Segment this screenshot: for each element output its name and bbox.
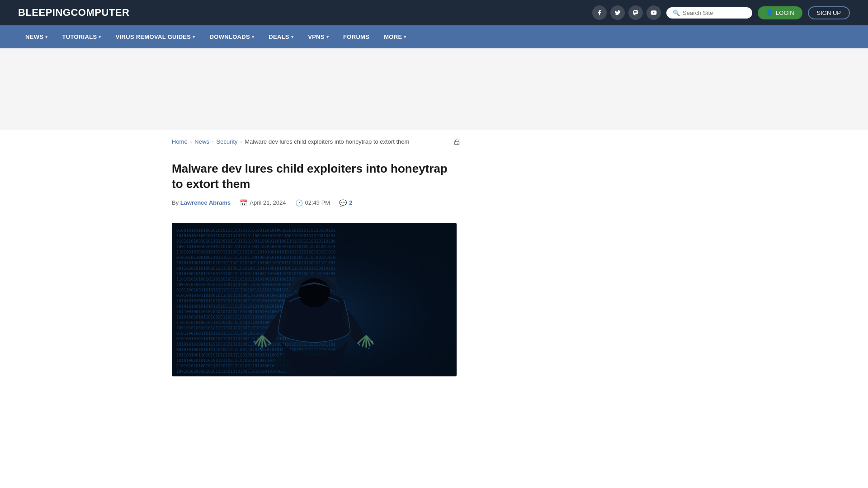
- nav-downloads-arrow: ▾: [252, 34, 254, 39]
- breadcrumb-sep-2: ›: [212, 139, 214, 145]
- nav-virus-arrow: ▾: [193, 34, 195, 39]
- main-container: Home › News › Security › Malware dev lur…: [163, 130, 705, 376]
- sidebar: [475, 130, 619, 376]
- social-icons: [592, 5, 661, 20]
- nav-deals-arrow: ▾: [291, 34, 293, 39]
- logo-part1: BLEEPING: [18, 7, 71, 18]
- nav-tutorials-arrow: ▾: [99, 34, 101, 39]
- nav-deals[interactable]: DEALS ▾: [261, 25, 301, 48]
- svg-point-7: [260, 347, 261, 349]
- article-author[interactable]: Lawrence Abrams: [180, 199, 231, 206]
- article-body: Home › News › Security › Malware dev lur…: [172, 130, 461, 376]
- svg-point-9: [371, 341, 373, 343]
- nav-more-arrow: ▾: [404, 34, 406, 39]
- ad-banner: [0, 48, 868, 130]
- nav-forums[interactable]: FORUMS: [336, 25, 377, 48]
- article-by: By Lawrence Abrams: [172, 199, 231, 206]
- by-label: By: [172, 199, 179, 206]
- svg-point-11: [359, 344, 360, 345]
- nav-vpns-label: VPNS: [308, 33, 325, 40]
- nav-news[interactable]: NEWS ▾: [18, 25, 55, 48]
- nav-forums-label: FORUMS: [343, 33, 369, 40]
- search-box: 🔍: [666, 7, 752, 19]
- nav-news-arrow: ▾: [45, 34, 47, 39]
- breadcrumb-security[interactable]: Security: [217, 138, 238, 145]
- article-date-item: 📅 April 21, 2024: [240, 199, 286, 206]
- article-comments-item[interactable]: 💬 2: [339, 199, 352, 206]
- logo-part2: COMPUTER: [71, 7, 129, 18]
- article-title: Malware dev lures child exploiters into …: [172, 161, 461, 192]
- breadcrumb-home[interactable]: Home: [172, 138, 188, 145]
- twitter-icon[interactable]: [610, 5, 625, 20]
- login-button[interactable]: 👤 LOGIN: [758, 6, 802, 19]
- youtube-icon[interactable]: [646, 5, 661, 20]
- site-header: BLEEPINGCOMPUTER 🔍 👤 LOGIN SIGN UP: [0, 0, 868, 25]
- search-input[interactable]: [683, 9, 746, 16]
- breadcrumb-sep-1: ›: [190, 139, 192, 145]
- calendar-icon: 📅: [240, 199, 247, 206]
- login-label: LOGIN: [776, 9, 794, 16]
- breadcrumb-current: Malware dev lures child exploiters into …: [245, 138, 409, 145]
- content-layout: Home › News › Security › Malware dev lur…: [172, 130, 696, 376]
- search-icon: 🔍: [673, 9, 680, 16]
- article-time: 02:49 PM: [305, 199, 330, 206]
- signup-label: SIGN UP: [817, 9, 841, 16]
- breadcrumb: Home › News › Security › Malware dev lur…: [172, 130, 461, 152]
- article-date: April 21, 2024: [250, 199, 286, 206]
- print-icon[interactable]: 🖨: [453, 137, 461, 146]
- article-meta: By Lawrence Abrams 📅 April 21, 2024 🕐 02…: [172, 199, 461, 214]
- nav-news-label: NEWS: [25, 33, 43, 40]
- nav-downloads[interactable]: DOWNLOADS ▾: [203, 25, 262, 48]
- svg-point-10: [368, 347, 370, 349]
- mastodon-icon[interactable]: [628, 5, 643, 20]
- nav-more[interactable]: MORE ▾: [377, 25, 414, 48]
- facebook-icon[interactable]: [592, 5, 607, 20]
- clock-icon: 🕐: [295, 199, 303, 206]
- svg-point-6: [254, 341, 255, 343]
- user-icon: 👤: [766, 9, 773, 16]
- nav-virus-removal[interactable]: VIRUS REMOVAL GUIDES ▾: [108, 25, 203, 48]
- main-nav: NEWS ▾ TUTORIALS ▾ VIRUS REMOVAL GUIDES …: [0, 25, 868, 48]
- breadcrumb-news[interactable]: News: [194, 138, 209, 145]
- nav-tutorials-label: TUTORIALS: [62, 33, 97, 40]
- nav-vpns[interactable]: VPNS ▾: [301, 25, 336, 48]
- nav-deals-label: DEALS: [269, 33, 289, 40]
- svg-point-8: [269, 344, 270, 345]
- article-image: 0100101011010010101011010010101010011010…: [172, 223, 457, 376]
- nav-tutorials[interactable]: TUTORIALS ▾: [55, 25, 108, 48]
- site-logo[interactable]: BLEEPINGCOMPUTER: [18, 7, 129, 19]
- header-right: 🔍 👤 LOGIN SIGN UP: [592, 5, 850, 20]
- article-time-item: 🕐 02:49 PM: [295, 199, 330, 206]
- nav-downloads-label: DOWNLOADS: [210, 33, 250, 40]
- nav-virus-label: VIRUS REMOVAL GUIDES: [116, 33, 191, 40]
- nav-more-label: MORE: [384, 33, 402, 40]
- comment-count: 2: [349, 199, 352, 206]
- signup-button[interactable]: SIGN UP: [808, 6, 850, 19]
- breadcrumb-sep-3: ›: [241, 139, 242, 145]
- comment-icon: 💬: [339, 199, 347, 206]
- nav-vpns-arrow: ▾: [326, 34, 329, 39]
